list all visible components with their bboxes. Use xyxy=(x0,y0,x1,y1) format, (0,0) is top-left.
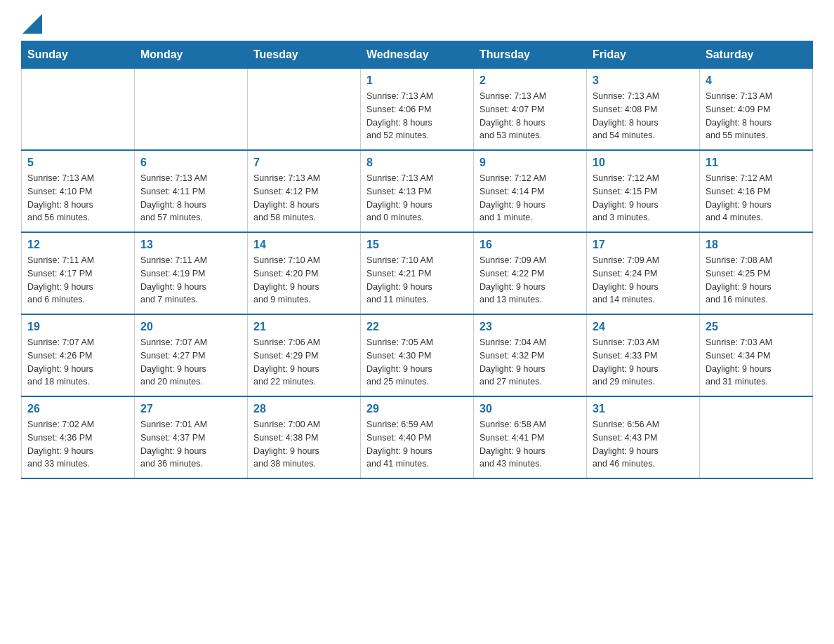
calendar-week-4: 19Sunrise: 7:07 AM Sunset: 4:26 PM Dayli… xyxy=(22,314,813,396)
day-number: 4 xyxy=(706,74,807,87)
day-info: Sunrise: 7:13 AM Sunset: 4:06 PM Dayligh… xyxy=(366,90,468,142)
header-friday: Friday xyxy=(587,41,700,69)
day-info: Sunrise: 7:13 AM Sunset: 4:12 PM Dayligh… xyxy=(253,172,355,224)
day-number: 26 xyxy=(27,403,128,415)
day-number: 18 xyxy=(706,239,807,251)
calendar-cell: 31Sunrise: 6:56 AM Sunset: 4:43 PM Dayli… xyxy=(587,396,700,478)
calendar-table: Sunday Monday Tuesday Wednesday Thursday… xyxy=(21,41,813,479)
page-header xyxy=(21,14,813,34)
day-info: Sunrise: 7:10 AM Sunset: 4:21 PM Dayligh… xyxy=(366,254,468,307)
calendar-week-2: 5Sunrise: 7:13 AM Sunset: 4:10 PM Daylig… xyxy=(22,150,813,232)
calendar-cell xyxy=(22,69,135,151)
day-info: Sunrise: 7:12 AM Sunset: 4:14 PM Dayligh… xyxy=(479,172,581,224)
calendar-cell: 21Sunrise: 7:06 AM Sunset: 4:29 PM Dayli… xyxy=(248,314,361,396)
day-info: Sunrise: 6:58 AM Sunset: 4:41 PM Dayligh… xyxy=(479,418,581,471)
day-info: Sunrise: 6:56 AM Sunset: 4:43 PM Dayligh… xyxy=(593,418,694,471)
day-info: Sunrise: 7:07 AM Sunset: 4:27 PM Dayligh… xyxy=(140,336,241,389)
calendar-cell: 20Sunrise: 7:07 AM Sunset: 4:27 PM Dayli… xyxy=(135,314,248,396)
day-info: Sunrise: 7:11 AM Sunset: 4:19 PM Dayligh… xyxy=(140,254,241,307)
calendar-cell: 4Sunrise: 7:13 AM Sunset: 4:09 PM Daylig… xyxy=(700,69,813,151)
day-info: Sunrise: 7:07 AM Sunset: 4:26 PM Dayligh… xyxy=(27,336,128,389)
header-sunday: Sunday xyxy=(22,41,135,69)
day-number: 23 xyxy=(479,321,581,333)
day-info: Sunrise: 7:11 AM Sunset: 4:17 PM Dayligh… xyxy=(27,254,128,307)
calendar-cell: 3Sunrise: 7:13 AM Sunset: 4:08 PM Daylig… xyxy=(587,69,700,151)
calendar-week-1: 1Sunrise: 7:13 AM Sunset: 4:06 PM Daylig… xyxy=(22,69,813,151)
calendar-cell: 15Sunrise: 7:10 AM Sunset: 4:21 PM Dayli… xyxy=(361,232,474,314)
calendar-week-5: 26Sunrise: 7:02 AM Sunset: 4:36 PM Dayli… xyxy=(22,396,813,478)
day-info: Sunrise: 7:13 AM Sunset: 4:08 PM Dayligh… xyxy=(593,90,694,142)
calendar-cell: 13Sunrise: 7:11 AM Sunset: 4:19 PM Dayli… xyxy=(135,232,248,314)
calendar-cell: 9Sunrise: 7:12 AM Sunset: 4:14 PM Daylig… xyxy=(474,150,587,232)
calendar-cell: 1Sunrise: 7:13 AM Sunset: 4:06 PM Daylig… xyxy=(361,69,474,151)
day-number: 8 xyxy=(366,156,468,169)
header-wednesday: Wednesday xyxy=(361,41,474,69)
calendar-cell: 24Sunrise: 7:03 AM Sunset: 4:33 PM Dayli… xyxy=(587,314,700,396)
day-info: Sunrise: 7:05 AM Sunset: 4:30 PM Dayligh… xyxy=(366,336,468,389)
day-info: Sunrise: 7:09 AM Sunset: 4:22 PM Dayligh… xyxy=(479,254,581,307)
calendar-cell: 26Sunrise: 7:02 AM Sunset: 4:36 PM Dayli… xyxy=(22,396,135,478)
day-number: 25 xyxy=(706,321,807,333)
calendar-cell: 2Sunrise: 7:13 AM Sunset: 4:07 PM Daylig… xyxy=(474,69,587,151)
day-info: Sunrise: 7:13 AM Sunset: 4:10 PM Dayligh… xyxy=(27,172,128,224)
day-info: Sunrise: 7:03 AM Sunset: 4:34 PM Dayligh… xyxy=(706,336,807,389)
calendar-cell: 12Sunrise: 7:11 AM Sunset: 4:17 PM Dayli… xyxy=(22,232,135,314)
day-info: Sunrise: 7:06 AM Sunset: 4:29 PM Dayligh… xyxy=(253,336,355,389)
day-number: 28 xyxy=(253,403,355,415)
day-number: 30 xyxy=(479,403,581,415)
calendar-cell: 10Sunrise: 7:12 AM Sunset: 4:15 PM Dayli… xyxy=(587,150,700,232)
calendar-cell: 17Sunrise: 7:09 AM Sunset: 4:24 PM Dayli… xyxy=(587,232,700,314)
day-info: Sunrise: 7:08 AM Sunset: 4:25 PM Dayligh… xyxy=(706,254,807,307)
day-number: 22 xyxy=(366,321,468,333)
day-info: Sunrise: 7:13 AM Sunset: 4:07 PM Dayligh… xyxy=(479,90,581,142)
day-number: 15 xyxy=(366,239,468,251)
day-info: Sunrise: 7:12 AM Sunset: 4:16 PM Dayligh… xyxy=(706,172,807,224)
day-info: Sunrise: 7:02 AM Sunset: 4:36 PM Dayligh… xyxy=(27,418,128,471)
day-number: 11 xyxy=(706,156,807,169)
calendar-cell: 23Sunrise: 7:04 AM Sunset: 4:32 PM Dayli… xyxy=(474,314,587,396)
svg-marker-0 xyxy=(22,14,42,34)
day-info: Sunrise: 7:00 AM Sunset: 4:38 PM Dayligh… xyxy=(253,418,355,471)
calendar-cell: 29Sunrise: 6:59 AM Sunset: 4:40 PM Dayli… xyxy=(361,396,474,478)
day-info: Sunrise: 7:09 AM Sunset: 4:24 PM Dayligh… xyxy=(593,254,694,307)
day-info: Sunrise: 7:13 AM Sunset: 4:09 PM Dayligh… xyxy=(706,90,807,142)
day-info: Sunrise: 7:01 AM Sunset: 4:37 PM Dayligh… xyxy=(140,418,241,471)
header-saturday: Saturday xyxy=(700,41,813,69)
calendar-cell: 30Sunrise: 6:58 AM Sunset: 4:41 PM Dayli… xyxy=(474,396,587,478)
day-number: 10 xyxy=(593,156,694,169)
day-number: 16 xyxy=(479,239,581,251)
day-number: 29 xyxy=(366,403,468,415)
calendar-cell xyxy=(248,69,361,151)
calendar-cell: 14Sunrise: 7:10 AM Sunset: 4:20 PM Dayli… xyxy=(248,232,361,314)
calendar-cell xyxy=(135,69,248,151)
header-tuesday: Tuesday xyxy=(248,41,361,69)
calendar-week-3: 12Sunrise: 7:11 AM Sunset: 4:17 PM Dayli… xyxy=(22,232,813,314)
calendar-cell: 16Sunrise: 7:09 AM Sunset: 4:22 PM Dayli… xyxy=(474,232,587,314)
day-number: 31 xyxy=(593,403,694,415)
day-number: 9 xyxy=(479,156,581,169)
calendar-cell: 28Sunrise: 7:00 AM Sunset: 4:38 PM Dayli… xyxy=(248,396,361,478)
day-info: Sunrise: 7:10 AM Sunset: 4:20 PM Dayligh… xyxy=(253,254,355,307)
calendar-cell: 6Sunrise: 7:13 AM Sunset: 4:11 PM Daylig… xyxy=(135,150,248,232)
day-number: 27 xyxy=(140,403,241,415)
calendar-cell: 19Sunrise: 7:07 AM Sunset: 4:26 PM Dayli… xyxy=(22,314,135,396)
day-number: 20 xyxy=(140,321,241,333)
day-info: Sunrise: 7:13 AM Sunset: 4:13 PM Dayligh… xyxy=(366,172,468,224)
calendar-cell xyxy=(700,396,813,478)
calendar-header-row: Sunday Monday Tuesday Wednesday Thursday… xyxy=(22,41,813,69)
calendar-cell: 25Sunrise: 7:03 AM Sunset: 4:34 PM Dayli… xyxy=(700,314,813,396)
calendar-cell: 11Sunrise: 7:12 AM Sunset: 4:16 PM Dayli… xyxy=(700,150,813,232)
day-number: 14 xyxy=(253,239,355,251)
day-number: 5 xyxy=(27,156,128,169)
day-info: Sunrise: 7:13 AM Sunset: 4:11 PM Dayligh… xyxy=(140,172,241,224)
day-number: 7 xyxy=(253,156,355,169)
calendar-cell: 18Sunrise: 7:08 AM Sunset: 4:25 PM Dayli… xyxy=(700,232,813,314)
day-number: 19 xyxy=(27,321,128,333)
day-number: 2 xyxy=(479,74,581,87)
header-monday: Monday xyxy=(135,41,248,69)
day-number: 12 xyxy=(27,239,128,251)
day-number: 21 xyxy=(253,321,355,333)
day-info: Sunrise: 6:59 AM Sunset: 4:40 PM Dayligh… xyxy=(366,418,468,471)
day-info: Sunrise: 7:12 AM Sunset: 4:15 PM Dayligh… xyxy=(593,172,694,224)
calendar-cell: 7Sunrise: 7:13 AM Sunset: 4:12 PM Daylig… xyxy=(248,150,361,232)
